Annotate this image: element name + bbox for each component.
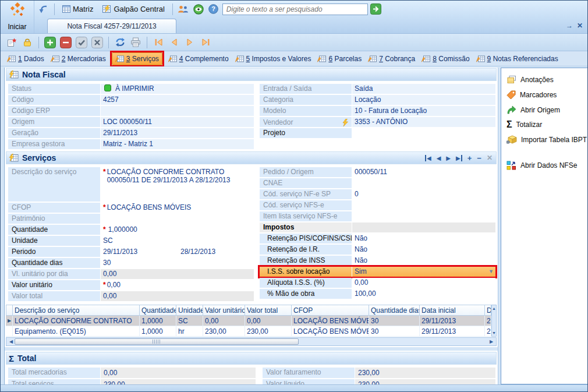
grid-cell[interactable]: 29/11/2013	[420, 326, 485, 337]
cod-servico-nfe-sp-input[interactable]: 0	[352, 189, 495, 199]
remove-item-icon[interactable]: −	[477, 154, 481, 163]
sidebar-item-anotacoes[interactable]: Anotações	[506, 75, 587, 84]
sidebar-item-abrir-dados-nfse[interactable]: Abrir Dados NFSe	[506, 161, 587, 170]
cancel-item-icon[interactable]: ✕	[487, 154, 493, 162]
descricao-input[interactable]: *LOCAÇÃO CONFORME CONTRATO 000050/11 DE …	[101, 167, 254, 202]
valor-unitario-input[interactable]: *0,00	[101, 280, 254, 290]
tab-9-notas-referenciadas[interactable]: 9 Notas Referenciadas	[473, 53, 561, 65]
sidebar-item-totalizar[interactable]: Σ Totalizar	[506, 121, 587, 129]
refresh-button[interactable]	[114, 36, 126, 49]
tab-4-complemento[interactable]: 4 Complemento	[165, 53, 232, 65]
search-go-button[interactable]	[370, 3, 381, 15]
confirm-button[interactable]	[75, 36, 88, 49]
grid-header[interactable]: Valor total	[245, 305, 292, 316]
remove-button[interactable]	[59, 36, 72, 49]
grid-cell[interactable]: 30	[369, 326, 420, 337]
aliquota-iss-input[interactable]: 0,00	[352, 278, 495, 288]
grid-cell[interactable]: 1,0000	[140, 326, 176, 337]
help-button[interactable]: ?	[207, 3, 220, 16]
item-lista-nfse-input[interactable]	[352, 211, 495, 221]
periodo-fim-input[interactable]: 28/12/2013	[178, 247, 254, 256]
add-item-icon[interactable]: +	[467, 154, 472, 163]
sidebar-item-marcadores[interactable]: Marcadores	[506, 90, 587, 99]
add-button[interactable]	[44, 36, 56, 49]
tab-8-comissao[interactable]: 8 Comissão	[419, 53, 472, 65]
cnae-input[interactable]	[352, 178, 495, 188]
grid-cell[interactable]: 0,00	[203, 316, 245, 326]
first-item-icon[interactable]: ◀	[425, 155, 431, 161]
projeto-input[interactable]	[352, 128, 495, 138]
grid-horizontal-scrollbar[interactable]: ◀ ▶	[6, 337, 497, 346]
next-item-icon[interactable]: ▶	[446, 155, 451, 161]
grid-cell[interactable]: 0,00	[245, 316, 292, 326]
grid-cell[interactable]: 30	[369, 316, 420, 326]
grid-header[interactable]: Unidade	[176, 305, 203, 316]
scroll-down-icon[interactable]: ▼	[492, 331, 496, 335]
sidebar-item-abrir-origem[interactable]: Abrir Origem	[506, 105, 587, 114]
retencao-ir-select[interactable]: Não	[352, 245, 495, 255]
search-input[interactable]	[222, 3, 368, 15]
tab-5-impostos[interactable]: 5 Impostos e Valores	[232, 53, 314, 65]
cod-servico-nfse-input[interactable]	[352, 200, 495, 210]
first-record-button[interactable]	[152, 36, 165, 49]
lock-button[interactable]	[21, 36, 34, 49]
cfop-input[interactable]: *LOCAÇÃO BENS MÓVEIS	[101, 203, 254, 213]
grid-cell[interactable]: 2	[485, 316, 491, 326]
grid-cell[interactable]: Equipamento. (EQ015)	[13, 326, 140, 337]
grid-header[interactable]: Quantidade	[140, 305, 176, 316]
matriz-button[interactable]: Matriz	[59, 3, 97, 15]
tab-close-icon[interactable]: ✕	[577, 22, 583, 30]
undo-button[interactable]	[37, 3, 50, 16]
grid-header[interactable]: Descrição do serviço	[13, 305, 140, 316]
scroll-right-icon[interactable]: ▶	[488, 339, 495, 344]
tab-2-mercadorias[interactable]: 2 Mercadorias	[48, 53, 109, 65]
tab-3-servicos[interactable]: 3 Serviços	[112, 52, 162, 65]
periodo-inicio-input[interactable]: 29/11/2013	[101, 247, 176, 256]
sidebar-item-importar-ibpt[interactable]: Importar Tabela IBPT	[506, 135, 587, 144]
galpao-central-button[interactable]: Galpão Central	[99, 3, 168, 15]
grid-cell[interactable]: 29/11/2013	[420, 316, 485, 326]
scroll-up-icon[interactable]: ▲	[492, 306, 496, 310]
iniciar-label[interactable]: Iniciar	[8, 23, 26, 31]
previous-item-icon[interactable]: ◀	[437, 155, 441, 161]
quantidade-input[interactable]: *1,000000	[101, 225, 254, 235]
users-button[interactable]	[177, 3, 190, 16]
tab-7-cobranca[interactable]: 7 Cobrança	[365, 53, 418, 65]
grid-header[interactable]: D	[485, 305, 491, 316]
next-record-button[interactable]	[183, 36, 196, 49]
app-menu-button[interactable]: Iniciar	[1, 1, 34, 33]
grid-header[interactable]: Valor unitário	[203, 305, 245, 316]
print-button[interactable]	[129, 36, 142, 49]
visibility-button[interactable]	[192, 3, 205, 16]
retencao-inss-select[interactable]: Não	[352, 256, 495, 266]
grid-cell[interactable]: 2	[485, 326, 491, 337]
patrimonio-input[interactable]	[101, 214, 254, 224]
tab-6-parcelas[interactable]: 6 Parcelas	[314, 53, 364, 65]
grid-cell[interactable]: 230,00	[203, 326, 245, 337]
grid-cell[interactable]: 230,00	[245, 326, 292, 337]
cancel-button[interactable]	[91, 36, 104, 49]
scrollbar-thumb[interactable]	[15, 338, 299, 345]
grid-cell[interactable]: SC	[176, 316, 203, 326]
grid-header[interactable]: Quantidade dias	[369, 305, 420, 316]
grid-cell[interactable]: LOCAÇÃO CONFORME CONTRATO	[13, 316, 140, 326]
grid-cell[interactable]: hr	[176, 326, 203, 337]
unidade-input[interactable]: SC	[101, 236, 254, 246]
retencao-pis-select[interactable]: Não	[352, 234, 495, 243]
dropdown-icon[interactable]: ▼	[488, 267, 494, 274]
grid-header[interactable]: Data inicial	[420, 305, 485, 316]
grid-vertical-scrollbar[interactable]: ▲ ▼	[491, 305, 497, 337]
new-record-button[interactable]	[5, 36, 18, 49]
mao-de-obra-input[interactable]: 100,00	[352, 289, 495, 299]
iss-sobre-locacao-select[interactable]: Sim▼	[352, 267, 495, 277]
tab-scroll-icon[interactable]: →	[566, 22, 573, 30]
grid-cell[interactable]: LOCAÇÃO BENS MÓVEIS	[292, 316, 369, 326]
last-item-icon[interactable]: ▶	[456, 155, 462, 161]
scroll-left-icon[interactable]: ◀	[8, 339, 15, 344]
previous-record-button[interactable]	[168, 36, 180, 49]
grid-cell[interactable]: 1,0000	[140, 316, 176, 326]
document-tab[interactable]: Nota Fiscal 4257-29/11/2013	[47, 19, 176, 33]
quantidade-dias-input[interactable]: 30	[101, 258, 254, 268]
grid-header[interactable]: CFOP	[292, 305, 369, 316]
last-record-button[interactable]	[199, 36, 212, 49]
